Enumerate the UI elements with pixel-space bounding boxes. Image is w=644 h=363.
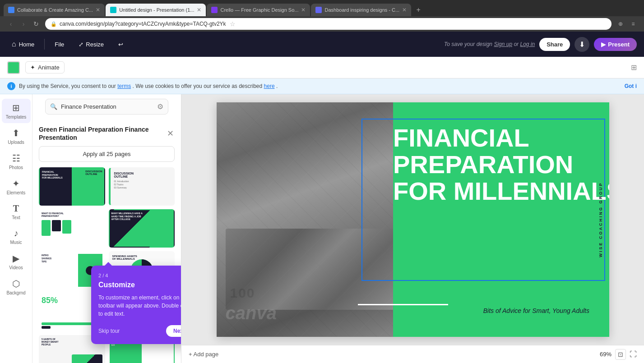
tab-close-1[interactable]: ✕ [96, 7, 100, 13]
canvas-container[interactable]: 100 canva FINANCIAL [181, 94, 644, 345]
file-label: File [55, 41, 64, 48]
filter-settings-icon[interactable]: ⚙ [157, 102, 163, 111]
animate-button[interactable]: ✦ Animate [25, 61, 65, 74]
new-tab-button[interactable]: + [412, 4, 425, 16]
next-button[interactable]: Next [166, 325, 181, 337]
zoom-value: 69% [600, 351, 612, 358]
file-button[interactable]: File [50, 38, 69, 51]
tab-close-3[interactable]: ✕ [301, 7, 306, 13]
address-bar: ‹ › ↻ 🔒 canva.com/design/play?category=t… [0, 16, 644, 32]
terms-link[interactable]: terms [117, 83, 131, 89]
cookie-banner: i By using the Service, you consent to o… [0, 78, 644, 94]
tooltip-actions: Skip tour Next [98, 325, 181, 337]
undo-button[interactable]: ↩ [114, 38, 128, 51]
nav-right: To save your design Sign up or Log in Sh… [444, 37, 637, 52]
here-link[interactable]: here [264, 83, 275, 89]
share-button[interactable]: Share [539, 38, 570, 51]
log-in-link[interactable]: Log in [520, 41, 535, 47]
main-layout: ⊞ Templates ⬆ Uploads ☷ Photos ✦ Element… [0, 94, 644, 363]
sidebar-item-elements[interactable]: ✦ Elements [2, 175, 31, 199]
elements-icon: ✦ [12, 178, 20, 189]
search-input[interactable] [61, 103, 153, 110]
thumbnail-4[interactable]: MANY MILLENNIALS HAVE AHARD TIME FINDING… [109, 209, 175, 248]
add-page-button[interactable]: + Add page [189, 351, 218, 358]
url-bar[interactable]: 🔒 canva.com/design/play?category=tACZCrv… [45, 18, 612, 30]
zoom-controls: 69% ⊡ ⛶ [600, 349, 637, 360]
thumbnail-2[interactable]: DISCUSSIONOUTLINE 01 Introduction02 Topi… [109, 167, 175, 206]
resize-icon: ⤢ [79, 41, 83, 48]
slide-title-line1: FINANCIAL [393, 125, 609, 152]
sign-up-link[interactable]: Sign up [494, 41, 512, 47]
resize-label: Resize [86, 41, 104, 48]
undo-icon: ↩ [118, 41, 123, 48]
canvas-slide[interactable]: 100 canva FINANCIAL [217, 102, 609, 337]
filter-icon[interactable]: ⊞ [631, 63, 637, 72]
music-icon: ♪ [14, 228, 19, 239]
tooltip-title: Customize [98, 281, 181, 289]
animate-label: Animate [38, 64, 60, 71]
got-it-button[interactable]: Got i [625, 83, 637, 89]
slide-title-line2: PREPARATION [393, 152, 609, 178]
skip-tour-button[interactable]: Skip tour [98, 328, 120, 334]
reload-button[interactable]: ↻ [31, 18, 42, 29]
download-button[interactable]: ⬇ [575, 37, 589, 52]
sidebar-item-text[interactable]: T Text [2, 200, 31, 224]
sidebar-item-background[interactable]: ⬡ Backgrnd [2, 275, 31, 299]
browser-tab-1[interactable]: Collaborate & Create Amazing C... ✕ [4, 4, 105, 16]
home-button[interactable]: ⌂ Home [7, 37, 39, 51]
present-button[interactable]: ▶ Present [594, 38, 637, 51]
color-swatch[interactable] [7, 61, 20, 74]
photos-label: Photos [9, 165, 23, 170]
background-label: Backgrnd [6, 290, 25, 295]
music-label: Music [10, 240, 22, 245]
slide-divider-line [358, 304, 448, 305]
panel-header: Green Financial Preparation Finance Pres… [32, 119, 181, 146]
slide-vertical-text: WISE COACHING GROUP [598, 182, 603, 257]
tab-close-4[interactable]: ✕ [402, 7, 407, 13]
slide-title-block: FINANCIAL PREPARATION FOR MILLENNIALS [393, 125, 609, 204]
text-label: Text [12, 215, 20, 220]
extension-btn-2[interactable]: ≡ [628, 18, 639, 29]
bookmark-icon[interactable]: ☆ [230, 20, 236, 28]
tab-favicon-3 [211, 7, 218, 13]
browser-tab-3[interactable]: Crello — Free Graphic Design So... ✕ [207, 4, 310, 16]
zoom-fit-button[interactable]: ⊡ [615, 349, 626, 360]
tab-close-2[interactable]: ✕ [197, 7, 201, 13]
fullscreen-button[interactable]: ⛶ [630, 350, 637, 358]
canva-app: ⌂ Home File ⤢ Resize ↩ To save your desi… [0, 32, 644, 363]
uploads-icon: ⬆ [12, 128, 20, 138]
uploads-label: Uploads [8, 140, 24, 145]
nav-divider-1 [44, 39, 45, 50]
sidebar-item-templates[interactable]: ⊞ Templates [2, 99, 31, 123]
home-label: Home [19, 41, 35, 48]
sidebar-item-photos[interactable]: ☷ Photos [2, 149, 31, 174]
top-nav: ⌂ Home File ⤢ Resize ↩ To save your desi… [0, 32, 644, 57]
thumbnail-3[interactable]: WHAT IS FINANCIALPREPARATION? [39, 209, 105, 248]
animate-icon: ✦ [30, 64, 35, 71]
thumbnail-1[interactable]: FINANCIALPREPARATIONFOR MILLENNIALS DISC… [39, 167, 105, 206]
forward-button[interactable]: › [18, 18, 29, 29]
browser-chrome: Collaborate & Create Amazing C... ✕ Unti… [0, 0, 644, 32]
browser-tab-4[interactable]: Dashboard inspiring designs - C... ✕ [311, 4, 411, 16]
slide-subtitle: Bits of Advice for Smart, Young Adults [483, 307, 589, 314]
apply-all-button[interactable]: Apply all 25 pages [39, 146, 175, 162]
template-panel: 🔍 ⚙ Green Financial Preparation Finance … [32, 94, 181, 363]
sidebar-item-music[interactable]: ♪ Music [2, 225, 31, 248]
extension-btn-1[interactable]: ⊕ [615, 18, 626, 29]
browser-tab-2[interactable]: Untitled design - Presentation (1... ✕ [106, 4, 206, 16]
resize-button[interactable]: ⤢ Resize [74, 38, 108, 51]
money-background: 100 canva [217, 102, 405, 337]
slide-main-title: FINANCIAL PREPARATION FOR MILLENNIALS [393, 125, 609, 204]
panel-close-button[interactable]: ✕ [166, 128, 175, 139]
sidebar-item-uploads[interactable]: ⬆ Uploads [2, 124, 31, 148]
back-button[interactable]: ‹ [5, 18, 16, 29]
sidebar-item-videos[interactable]: ▶ Videos [2, 249, 31, 274]
tab-title-1: Collaborate & Create Amazing C... [17, 7, 93, 13]
canvas-area: 100 canva FINANCIAL [181, 94, 644, 363]
bottom-bar: + Add page 69% ⊡ ⛶ [181, 345, 644, 363]
tooltip-body: To customize an element, click on it. A … [98, 294, 181, 318]
search-icon: 🔍 [50, 103, 57, 110]
slide-title-line3: FOR MILLENNIALS [393, 178, 609, 205]
elements-label: Elements [7, 190, 26, 195]
text-icon: T [13, 203, 19, 214]
